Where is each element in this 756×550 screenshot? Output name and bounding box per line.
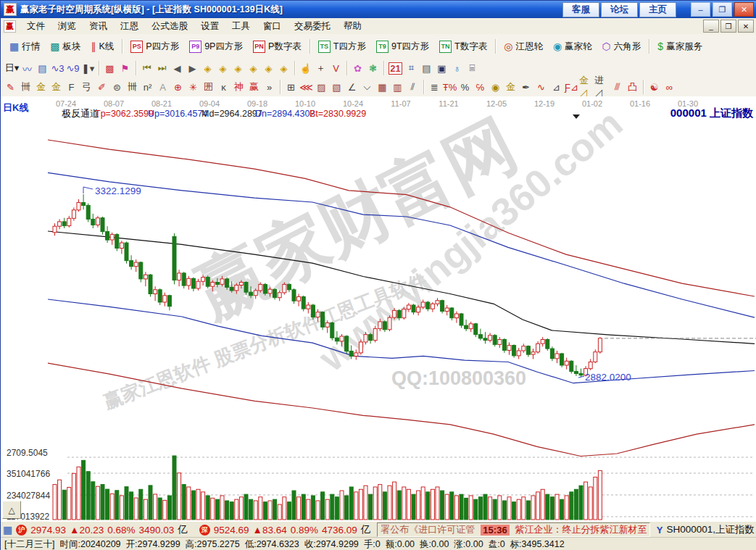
percent-line-icon[interactable]: ℅ (473, 80, 488, 94)
toolbar-button-P数字表[interactable]: PNP数字表 (248, 38, 307, 55)
title-button-2[interactable]: 主页 (639, 2, 676, 17)
toolbar-button-板块[interactable]: ▩板块 (45, 38, 86, 55)
parallel-icon[interactable]: ⫽ (405, 80, 420, 94)
menu-item-资讯[interactable]: 资讯 (83, 19, 114, 34)
coil-tool-icon[interactable]: ❃ (365, 61, 381, 75)
menu-item-帮助[interactable]: 帮助 (337, 19, 368, 34)
diamond-all-icon[interactable]: ◈ (276, 61, 291, 75)
starburst-icon[interactable]: ✳ (186, 80, 201, 94)
spiral-tool-icon[interactable]: 弓 (79, 80, 94, 94)
notes-icon[interactable]: ▤ (419, 61, 434, 75)
chart-globe-icon[interactable]: ♁ (449, 61, 465, 75)
k-notation-icon[interactable]: ĸ (216, 80, 231, 94)
toolbar-button-9P四方形[interactable]: P99P四方形 (184, 38, 248, 55)
hand-tool-icon[interactable]: ☝ (298, 61, 313, 75)
gold-box2-icon[interactable]: 金 (49, 80, 64, 94)
menu-item-文件[interactable]: 文件 (20, 19, 51, 34)
box-grid-icon[interactable]: 囲 (201, 80, 216, 94)
title-button-1[interactable]: 论坛 (601, 2, 638, 17)
f-tool-icon[interactable]: F (64, 80, 79, 94)
diamond-right-icon[interactable]: ◈ (215, 61, 230, 75)
wave9-icon[interactable]: ∿9 (65, 61, 80, 75)
more-tools-icon[interactable]: » (262, 80, 277, 94)
chart-area[interactable]: 赢家财富网www.yingjia360.com赢家江恩软件 股票分析软件江恩工具… (1, 96, 756, 521)
slant-icon[interactable]: ⫻ (610, 80, 625, 94)
wave-red-icon[interactable]: ∿ (533, 80, 549, 94)
next-bar-icon[interactable]: ▶ (185, 61, 200, 75)
crosshair-tool-icon[interactable]: ＋ (313, 61, 328, 75)
save-floppy-icon[interactable]: ▣ (434, 61, 449, 75)
toolbar-button-江恩轮[interactable]: ◎江恩轮 (499, 38, 548, 55)
news-ticker[interactable]: 署公布《进口许可证管 15:36 紫江企业：终止分拆紫江新材至 ▲▼ (377, 522, 649, 537)
menu-item-工具[interactable]: 工具 (225, 19, 257, 34)
pencil-ruler-icon[interactable]: ✐ (94, 80, 109, 94)
window-box-icon[interactable]: ⊞ (283, 80, 299, 94)
candle-style-dropdown[interactable]: ❚▾ (80, 61, 96, 75)
va-tool-icon[interactable]: V (328, 61, 344, 75)
gold-levels-icon[interactable]: 金 (503, 80, 518, 94)
mdi-restore-button[interactable]: ❐ (720, 20, 736, 33)
toolbar-button-P四方形[interactable]: PSP四方形 (125, 38, 184, 55)
ribbon-tool-icon[interactable]: ✿ (350, 61, 365, 75)
brush-icon[interactable]: ✒ (518, 80, 533, 94)
menu-item-窗口[interactable]: 窗口 (257, 19, 288, 34)
gann-box-icon[interactable]: ▩ (102, 61, 117, 75)
gold-box1-icon[interactable]: 金 (33, 80, 49, 94)
toolbar-button-T数字表[interactable]: TNT数字表 (434, 38, 492, 55)
angle-a-icon[interactable]: A (155, 80, 170, 94)
diamond-vexpand-icon[interactable]: ◈ (261, 61, 276, 75)
diamond-hexpand-icon[interactable]: ◈ (230, 61, 246, 75)
toolbar-button-六角形[interactable]: ⬡六角形 (597, 38, 647, 55)
menu-item-公式选股[interactable]: 公式选股 (145, 19, 194, 34)
zigzag-icon[interactable]: 〰 (20, 61, 35, 75)
toolbar-button-赢家轮[interactable]: ◉赢家轮 (548, 38, 597, 55)
calendar-icon[interactable]: 21 (389, 62, 402, 75)
diamond-hshrink-icon[interactable]: ◈ (246, 61, 261, 75)
gann-grid-icon[interactable]: 卌 (18, 80, 33, 94)
last-bar-icon[interactable]: ⏭ (154, 61, 170, 75)
menu-item-江恩[interactable]: 江恩 (114, 19, 145, 34)
wave3-icon[interactable]: ∿3 (50, 61, 65, 75)
close-button[interactable]: ✕ (734, 2, 754, 17)
toolbar-button-K线[interactable]: ∥K线 (86, 38, 119, 55)
j-angle-icon[interactable]: ⊿ (549, 80, 564, 94)
gold-circle-icon[interactable]: ◉ (488, 80, 503, 94)
first-bar-icon[interactable]: ⏮ (139, 61, 154, 75)
angle-line-icon[interactable]: ∠ (344, 80, 360, 94)
minimize-button[interactable]: – (691, 2, 710, 17)
period-day-dropdown[interactable]: 日▾ (4, 61, 20, 75)
workstation-icon[interactable]: ⌸ (465, 61, 480, 75)
diamond-left-icon[interactable]: ◈ (200, 61, 215, 75)
n-square-icon[interactable]: n² (140, 80, 155, 94)
info-list-icon[interactable]: ▤ (35, 61, 50, 75)
toolbar-button-行情[interactable]: ▦行情 (4, 38, 45, 55)
infinity-icon[interactable]: ∞ (662, 80, 677, 94)
rays-tool-icon[interactable]: ⋘ (299, 80, 314, 94)
f-angle-icon[interactable]: Ƒ⊿ (564, 80, 579, 94)
mdi-close-button[interactable]: ✕ (738, 20, 754, 33)
mdi-minimize-button[interactable]: _ (703, 20, 719, 33)
toolbar-button-T四方形[interactable]: TST四方形 (313, 38, 371, 55)
ruler-icon[interactable]: ≣ (427, 80, 442, 94)
terrace-icon[interactable]: 凸 (625, 80, 640, 94)
yingjia-tool-icon[interactable]: 赢 (246, 80, 262, 94)
pencil-tool-icon[interactable]: ✎ (3, 80, 18, 94)
grid2-icon[interactable]: ▦ (375, 80, 390, 94)
flag-icon[interactable]: ⚑ (117, 61, 133, 75)
mark-triangle-button[interactable]: △ (2, 501, 21, 519)
menu-item-设置[interactable]: 设置 (194, 19, 225, 34)
yinyang-icon[interactable]: ☯ (647, 80, 662, 94)
fib-percent-icon[interactable]: Ŧ% (442, 80, 457, 94)
title-button-0[interactable]: 客服 (562, 2, 599, 17)
jin-angle-icon[interactable]: 进⊿ (594, 80, 610, 94)
vee-icon[interactable]: ⌵ (360, 80, 375, 94)
quote-grid-icon[interactable]: ▦ (3, 524, 12, 536)
prev-bar-icon[interactable]: ◀ (170, 61, 185, 75)
hatch2-icon[interactable]: ▧ (329, 80, 344, 94)
toolbar-button-赢家服务[interactable]: $赢家服务 (652, 38, 707, 55)
grid-lines-icon[interactable]: 卌 (125, 80, 140, 94)
compass-icon[interactable]: ⊜ (109, 80, 125, 94)
menu-item-浏览[interactable]: 浏览 (51, 19, 83, 34)
target-circle-icon[interactable]: ⊕ (170, 80, 186, 94)
gold-angle-icon[interactable]: 金⊿ (579, 80, 594, 94)
